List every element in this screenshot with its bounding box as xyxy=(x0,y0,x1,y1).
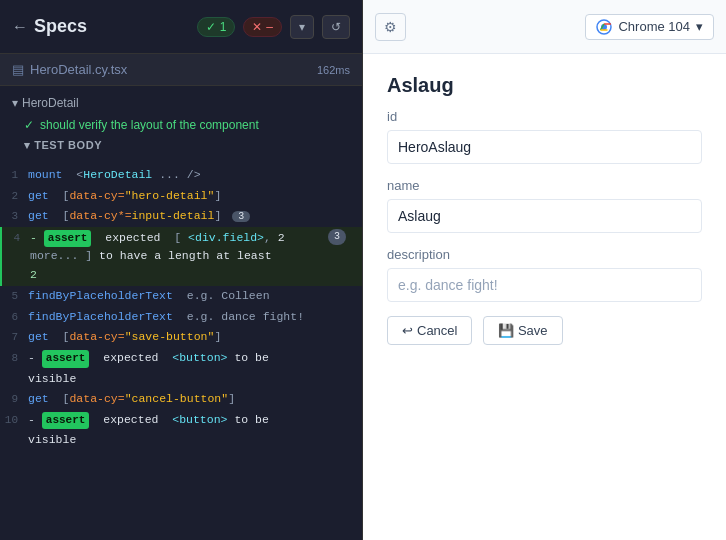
code-line-7: 7 get [data-cy="save-button"] xyxy=(0,327,362,348)
line3-badge: 3 xyxy=(232,211,250,222)
back-button[interactable]: ← Specs xyxy=(12,16,87,37)
fail-badge: ✕ – xyxy=(243,17,282,37)
browser-chevron-icon: ▾ xyxy=(696,19,703,34)
pass-icon: ✓ xyxy=(206,20,216,34)
cancel-label: Cancel xyxy=(417,323,457,338)
test-body-label: ▾ TEST BODY xyxy=(0,136,362,155)
line-num-7: 7 xyxy=(0,328,28,347)
code-line-8: 8 - assert expected <button> to be xyxy=(0,348,362,369)
description-input[interactable] xyxy=(387,268,702,302)
save-button[interactable]: 💾 Save xyxy=(483,316,563,345)
code-line-10b: visible xyxy=(0,430,362,450)
browser-name: Chrome 104 xyxy=(618,19,690,34)
line-content-8: - assert expected <button> to be xyxy=(28,349,362,368)
test-tree: ▾ HeroDetail ✓ should verify the layout … xyxy=(0,86,362,161)
specs-title: Specs xyxy=(34,16,87,37)
assert-badge-8: assert xyxy=(42,350,90,368)
right-content: Aslaug id name description ↩ Cancel 💾 Sa… xyxy=(363,54,726,540)
code-area: 1 mount <HeroDetail ... /> 2 get [data-c… xyxy=(0,161,362,540)
line-content-3: get [data-cy*=input-detail] 3 xyxy=(28,207,362,225)
name-label: name xyxy=(387,178,702,193)
test-group-label: HeroDetail xyxy=(22,96,79,110)
code-line-3: 3 get [data-cy*=input-detail] 3 xyxy=(0,206,362,227)
test-group: ▾ HeroDetail xyxy=(0,92,362,114)
test-group-collapse-icon: ▾ xyxy=(12,96,18,110)
assert-badge-4: assert xyxy=(44,230,92,248)
line-content-9: get [data-cy="cancel-button"] xyxy=(28,390,362,408)
line-num-3: 3 xyxy=(0,207,28,226)
line-content-4: - assert expected [ <div.field>, 2 3 xyxy=(30,229,362,248)
browser-selector[interactable]: Chrome 104 ▾ xyxy=(585,14,714,40)
test-item[interactable]: ✓ should verify the layout of the compon… xyxy=(0,114,362,136)
line-content-6: findByPlaceholderText e.g. dance fight! xyxy=(28,308,362,326)
dropdown-button[interactable]: ▾ xyxy=(290,15,314,39)
chrome-icon xyxy=(596,19,612,35)
line-content-2: get [data-cy="hero-detail"] xyxy=(28,187,362,205)
line-num-5: 5 xyxy=(0,287,28,306)
code-line-4: 4 - assert expected [ <div.field>, 2 3 m… xyxy=(0,227,362,286)
pass-badge: ✓ 1 xyxy=(197,17,236,37)
top-bar: ← Specs ✓ 1 ✕ – ▾ ↺ xyxy=(0,0,362,54)
cancel-button[interactable]: ↩ Cancel xyxy=(387,316,472,345)
line-num-4: 4 xyxy=(2,229,30,248)
top-controls: ✓ 1 ✕ – ▾ ↺ xyxy=(197,15,350,39)
save-label: Save xyxy=(518,323,548,338)
save-icon: 💾 xyxy=(498,323,514,338)
line-num-1: 1 xyxy=(0,166,28,185)
form-actions: ↩ Cancel 💾 Save xyxy=(387,316,702,345)
line4-badge: 3 xyxy=(328,229,346,245)
line-num-8: 8 xyxy=(0,349,28,368)
code-line-9: 9 get [data-cy="cancel-button"] xyxy=(0,389,362,410)
line-num-6: 6 xyxy=(0,308,28,327)
line-content-10b: visible xyxy=(28,431,362,449)
gear-button[interactable]: ⚙ xyxy=(375,13,406,41)
code-line-10: 10 - assert expected <button> to be xyxy=(0,410,362,431)
line-num-2: 2 xyxy=(0,187,28,206)
fail-icon: ✕ xyxy=(252,20,262,34)
code-line-2: 2 get [data-cy="hero-detail"] xyxy=(0,186,362,207)
file-time: 162ms xyxy=(317,64,350,76)
hero-name: Aslaug xyxy=(387,74,702,97)
line-content-1: mount <HeroDetail ... /> xyxy=(28,166,362,184)
pass-count: 1 xyxy=(220,20,227,34)
refresh-icon: ↺ xyxy=(331,20,341,34)
test-body-collapse-icon: ▾ xyxy=(24,139,31,151)
left-panel: ← Specs ✓ 1 ✕ – ▾ ↺ ▤ HeroDetail.cy.tsx … xyxy=(0,0,363,540)
back-icon: ← xyxy=(12,18,28,36)
line-num-9: 9 xyxy=(0,390,28,409)
gear-icon: ⚙ xyxy=(384,19,397,35)
line-content-8b: visible xyxy=(28,370,362,388)
file-name: HeroDetail.cy.tsx xyxy=(30,62,127,77)
test-pass-icon: ✓ xyxy=(24,118,34,132)
refresh-button[interactable]: ↺ xyxy=(322,15,350,39)
code-line-1: 1 mount <HeroDetail ... /> xyxy=(0,165,362,186)
code-line-5: 5 findByPlaceholderText e.g. Colleen xyxy=(0,286,362,307)
code-line-6: 6 findByPlaceholderText e.g. dance fight… xyxy=(0,307,362,328)
test-item-label: should verify the layout of the componen… xyxy=(40,118,259,132)
right-panel: ⚙ Chrome 104 ▾ Aslaug id name descriptio… xyxy=(363,0,726,540)
cancel-icon: ↩ xyxy=(402,323,413,338)
description-label: description xyxy=(387,247,702,262)
right-top-bar: ⚙ Chrome 104 ▾ xyxy=(363,0,726,54)
line-num-10: 10 xyxy=(0,411,28,430)
line-content-7: get [data-cy="save-button"] xyxy=(28,328,362,346)
file-header: ▤ HeroDetail.cy.tsx 162ms xyxy=(0,54,362,86)
id-label: id xyxy=(387,109,702,124)
dropdown-icon: ▾ xyxy=(299,20,305,34)
line-content-10: - assert expected <button> to be xyxy=(28,411,362,430)
code-line-8b: visible xyxy=(0,369,362,389)
assert-badge-10: assert xyxy=(42,412,90,430)
line-content-5: findByPlaceholderText e.g. Colleen xyxy=(28,287,362,305)
fail-count: – xyxy=(266,20,273,34)
id-input[interactable] xyxy=(387,130,702,164)
file-icon: ▤ xyxy=(12,62,24,77)
name-input[interactable] xyxy=(387,199,702,233)
